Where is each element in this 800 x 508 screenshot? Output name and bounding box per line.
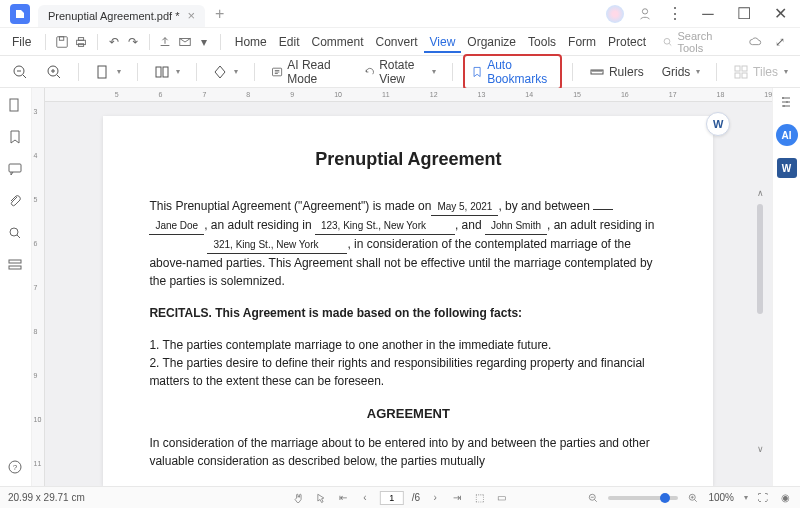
svg-point-0 <box>642 8 647 13</box>
vertical-scrollbar[interactable]: ∧ ∨ <box>754 188 766 456</box>
dropdown-icon[interactable]: ▾ <box>196 34 211 50</box>
recitals-heading: RECITALS. This Agreement is made based o… <box>149 306 522 320</box>
svg-rect-12 <box>163 67 168 77</box>
svg-rect-16 <box>742 66 747 71</box>
comments-icon[interactable] <box>6 160 24 178</box>
auto-bookmarks-button[interactable]: Auto Bookmarks <box>463 54 562 90</box>
page-total: /6 <box>412 492 420 503</box>
page-layout-button[interactable]: ▾ <box>148 61 186 83</box>
bookmarks-icon[interactable] <box>6 128 24 146</box>
zoom-out-button[interactable] <box>6 61 34 83</box>
print-icon[interactable] <box>74 34 89 50</box>
svg-rect-10 <box>98 66 106 78</box>
first-page-icon[interactable]: ⇤ <box>336 491 350 505</box>
reading-mode-icon[interactable]: ◉ <box>778 491 792 505</box>
addr2-field[interactable]: 321, King St., New York <box>207 237 347 254</box>
page-number-input[interactable] <box>380 491 404 505</box>
grids-button[interactable]: Grids▾ <box>656 62 707 82</box>
close-window-button[interactable]: ✕ <box>768 2 792 26</box>
menu-protect[interactable]: Protect <box>602 31 652 53</box>
help-icon[interactable]: ? <box>6 458 24 476</box>
add-tab-button[interactable]: + <box>215 5 224 23</box>
menu-tools[interactable]: Tools <box>522 31 562 53</box>
menu-view[interactable]: View <box>424 31 462 53</box>
word-badge[interactable]: W <box>777 158 797 178</box>
scroll-up-icon[interactable]: ∧ <box>754 188 766 200</box>
doc-title: Prenuptial Agreement <box>149 146 667 173</box>
select-tool-icon[interactable] <box>314 491 328 505</box>
upload-icon[interactable] <box>158 34 173 50</box>
svg-rect-20 <box>9 164 21 172</box>
svg-rect-1 <box>57 36 68 47</box>
menu-comment[interactable]: Comment <box>305 31 369 53</box>
svg-point-7 <box>664 38 670 44</box>
vertical-ruler: 34567891011 <box>32 88 45 486</box>
svg-rect-15 <box>735 66 740 71</box>
fullscreen-icon[interactable]: ⛶ <box>756 491 770 505</box>
svg-point-21 <box>10 228 18 236</box>
name2-field[interactable]: John Smith <box>485 218 547 235</box>
email-icon[interactable] <box>177 34 192 50</box>
addr1-field[interactable]: 123, King St., New York <box>315 218 455 235</box>
background-button[interactable]: ▾ <box>206 61 244 83</box>
app-logo <box>10 4 30 24</box>
svg-rect-18 <box>742 73 747 78</box>
close-tab-icon[interactable]: × <box>187 8 195 23</box>
next-page-icon[interactable]: › <box>428 491 442 505</box>
page-dimensions: 20.99 x 29.71 cm <box>8 492 85 503</box>
rotate-view-button[interactable]: Rotate View▾ <box>358 55 443 89</box>
fit-width-icon[interactable]: ⬚ <box>472 491 486 505</box>
menu-edit[interactable]: Edit <box>273 31 306 53</box>
zoom-in-button[interactable] <box>40 61 68 83</box>
svg-rect-22 <box>9 260 21 263</box>
cloud-icon[interactable] <box>748 34 763 50</box>
ai-read-mode-button[interactable]: AI Read Mode <box>265 55 351 89</box>
menu-organize[interactable]: Organize <box>461 31 522 53</box>
tiles-button[interactable]: Tiles▾ <box>727 61 794 83</box>
search-tools[interactable]: Search Tools <box>662 30 738 54</box>
svg-rect-19 <box>10 99 18 111</box>
agreement-heading: AGREEMENT <box>149 404 667 424</box>
ai-badge[interactable]: AI <box>776 124 798 146</box>
undo-icon[interactable]: ↶ <box>106 34 121 50</box>
word-export-floater[interactable]: W <box>706 112 730 136</box>
ai-sparkle-icon[interactable] <box>606 5 624 23</box>
search-panel-icon[interactable] <box>6 224 24 242</box>
menu-home[interactable]: Home <box>229 31 273 53</box>
document-page: Prenuptial Agreement This Prenuptial Agr… <box>103 116 713 486</box>
minimize-button[interactable]: ─ <box>696 2 720 26</box>
zoom-slider[interactable] <box>608 496 678 500</box>
zoom-in-status-icon[interactable] <box>686 491 700 505</box>
save-icon[interactable] <box>54 34 69 50</box>
svg-rect-11 <box>156 67 161 77</box>
date-field[interactable]: May 5, 2021 <box>431 199 498 216</box>
last-page-icon[interactable]: ⇥ <box>450 491 464 505</box>
redo-icon[interactable]: ↷ <box>125 34 140 50</box>
rulers-button[interactable]: Rulers <box>583 61 650 83</box>
zoom-value: 100% <box>708 492 734 503</box>
menu-convert[interactable]: Convert <box>370 31 424 53</box>
menu-form[interactable]: Form <box>562 31 602 53</box>
scroll-thumb[interactable] <box>757 204 763 314</box>
panel-settings-icon[interactable] <box>778 94 796 112</box>
svg-text:?: ? <box>13 463 18 472</box>
horizontal-ruler: 5678910111213141516171819 <box>45 88 773 102</box>
user-icon[interactable] <box>636 5 654 23</box>
attachments-icon[interactable] <box>6 192 24 210</box>
prev-page-icon[interactable]: ‹ <box>358 491 372 505</box>
hand-tool-icon[interactable] <box>292 491 306 505</box>
maximize-button[interactable]: ☐ <box>732 2 756 26</box>
zoom-out-status-icon[interactable] <box>586 491 600 505</box>
kebab-menu-icon[interactable]: ⋮ <box>666 5 684 23</box>
thumbnails-icon[interactable] <box>6 96 24 114</box>
fields-icon[interactable] <box>6 256 24 274</box>
tab-title: Prenuptial Agreement.pdf * <box>48 10 179 22</box>
fit-page-icon[interactable]: ▭ <box>494 491 508 505</box>
document-tab[interactable]: Prenuptial Agreement.pdf * × <box>38 5 205 27</box>
expand-icon[interactable]: ⤢ <box>773 34 788 50</box>
name1-field[interactable]: Jane Doe <box>149 218 204 235</box>
svg-rect-4 <box>79 37 84 40</box>
scroll-down-icon[interactable]: ∨ <box>754 444 766 456</box>
menu-file[interactable]: File <box>6 31 37 53</box>
page-fit-button[interactable]: ▾ <box>89 61 127 83</box>
